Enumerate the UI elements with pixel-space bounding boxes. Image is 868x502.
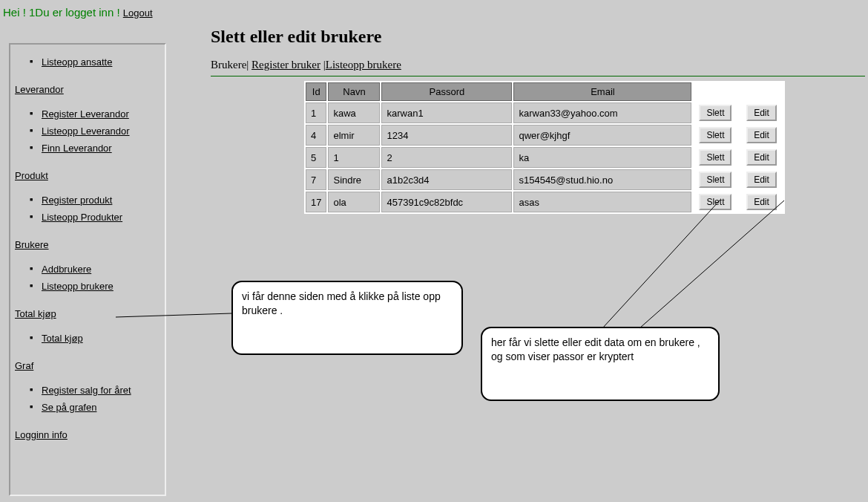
cell-passord: karwan1: [381, 102, 512, 123]
sidebar-item-finn-leverandor[interactable]: Finn Leverandor: [10, 140, 165, 157]
cell-id: 17: [306, 192, 326, 212]
main-content: Slett eller edit brukere Brukere| Regist…: [211, 27, 865, 214]
sidebar-group-brukere: Brukere: [10, 232, 165, 255]
callout-1: vi får denne siden med å klikke på liste…: [231, 281, 463, 355]
sidebar-item-register-salg[interactable]: Register salg for året: [10, 382, 165, 399]
greeting-loggedin: Du er logget inn !: [35, 6, 119, 19]
callout-2-text: her får vi slette eller edit data om en …: [491, 336, 700, 362]
callout-1-text: vi får denne siden med å klikke på liste…: [242, 290, 441, 316]
table-row: 512kaSlettEdit: [306, 147, 783, 168]
cell-navn: kawa: [328, 102, 380, 123]
sidebar-group-graf: Graf: [10, 353, 165, 376]
cell-passord: a1b2c3d4: [381, 169, 512, 190]
sidebar-item-listeopp-produkter[interactable]: Listeopp Produkter: [10, 209, 165, 226]
greeting-bar: Hei ! 1Du er logget inn ! Logout: [0, 0, 868, 25]
cell-email: s154545@stud.hio.no: [513, 169, 691, 190]
slett-button[interactable]: Slett: [699, 127, 731, 143]
greeting-hi: Hei ! 1: [3, 6, 35, 19]
cell-id: 4: [306, 125, 326, 146]
col-email: Email: [513, 82, 691, 101]
col-passord: Passord: [381, 82, 512, 101]
sidebar-item-addbrukere[interactable]: Addbrukere: [10, 261, 165, 278]
slett-button[interactable]: Slett: [699, 194, 731, 210]
logout-link[interactable]: Logout: [123, 7, 153, 19]
callout-2: her får vi slette eller edit data om en …: [481, 327, 720, 401]
table-row: 7Sindrea1b2c3d4s154545@stud.hio.noSlettE…: [306, 169, 783, 190]
sidebar-group-total-kjop: Total kjøp: [10, 301, 165, 324]
cell-email: ka: [513, 147, 691, 168]
svg-line-2: [640, 201, 784, 328]
cell-navn: ola: [328, 192, 380, 212]
col-navn: Navn: [328, 82, 380, 101]
cell-id: 7: [306, 169, 326, 190]
sidebar-item-listeopp-leverandor[interactable]: Listeopp Leverandor: [10, 123, 165, 140]
edit-button[interactable]: Edit: [746, 149, 777, 166]
sub-nav-label: Brukere: [211, 59, 246, 71]
edit-button[interactable]: Edit: [746, 127, 777, 143]
sub-nav-register-bruker[interactable]: Register bruker: [251, 59, 320, 71]
cell-navn: 1: [328, 147, 380, 168]
table-header-row: Id Navn Passord Email: [306, 82, 783, 101]
col-id: Id: [306, 82, 326, 101]
svg-line-1: [602, 201, 720, 328]
cell-passord: 457391c9c82bfdc: [381, 192, 512, 212]
cell-id: 5: [306, 147, 326, 168]
slett-button[interactable]: Slett: [699, 149, 731, 166]
table-row: 1kawakarwan1karwan33@yahoo.comSlettEdit: [306, 102, 783, 123]
sub-nav-listeopp-brukere[interactable]: Listeopp brukere: [326, 59, 401, 71]
page-title: Slett eller edit brukere: [211, 27, 865, 47]
sidebar-group-logginn-info: Logginn info: [10, 422, 165, 445]
sidebar-group-leverandor: Leverandor: [10, 76, 165, 100]
sidebar-group-produkt: Produkt: [10, 163, 165, 186]
edit-button[interactable]: Edit: [746, 172, 777, 188]
cell-navn: Sindre: [328, 169, 380, 190]
cell-passord: 2: [381, 147, 512, 168]
cell-navn: elmir: [328, 125, 380, 146]
cell-email: karwan33@yahoo.com: [513, 102, 691, 123]
slett-button[interactable]: Slett: [699, 105, 731, 121]
sidebar-item-total-kjop[interactable]: Total kjøp: [10, 330, 165, 347]
cell-email: qwer@kjhgf: [513, 125, 691, 146]
sidebar-item-listeopp-brukere[interactable]: Listeopp brukere: [10, 278, 165, 295]
edit-button[interactable]: Edit: [746, 105, 777, 121]
sub-nav: Brukere| Register bruker |Listeopp bruke…: [211, 59, 865, 76]
sidebar-item-register-produkt[interactable]: Register produkt: [10, 192, 165, 209]
sidebar-item-se-pa-grafen[interactable]: Se på grafen: [10, 399, 165, 416]
cell-passord: 1234: [381, 125, 512, 146]
cell-email: asas: [513, 192, 691, 212]
cell-id: 1: [306, 102, 326, 123]
slett-button[interactable]: Slett: [699, 172, 731, 188]
table-row: 4elmir1234qwer@kjhgfSlettEdit: [306, 125, 783, 146]
edit-button[interactable]: Edit: [746, 194, 777, 210]
sidebar[interactable]: Listeopp ansatte Leverandor Register Lev…: [9, 43, 166, 496]
sidebar-item-register-leverandor[interactable]: Register Leverandor: [10, 105, 165, 123]
sidebar-item-listeopp-ansatte[interactable]: Listeopp ansatte: [10, 53, 165, 71]
table-row: 17ola457391c9c82bfdcasasSlettEdit: [306, 192, 783, 212]
users-table: Id Navn Passord Email 1kawakarwan1karwan…: [304, 81, 785, 214]
